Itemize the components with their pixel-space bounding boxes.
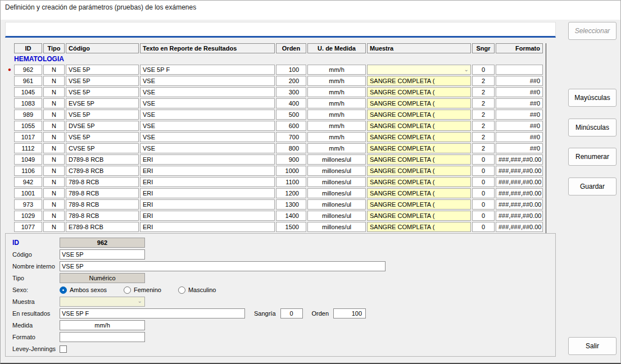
cell-orden[interactable]: 1200 (276, 188, 306, 198)
sangria-field[interactable] (280, 308, 303, 319)
cell-sngr[interactable]: 0 (472, 166, 495, 176)
cell-medida[interactable]: mm/h (307, 121, 366, 131)
table-row[interactable]: ● 1017 N VSE 5P VSE 700 mm/h SANGRE COMP… (6, 132, 544, 142)
cell-sngr[interactable]: 2 (472, 98, 495, 108)
cell-id[interactable]: 1029 (14, 211, 42, 221)
muestra-select[interactable]: ⌄ (60, 297, 145, 307)
levey-jennings-checkbox[interactable] (60, 345, 67, 353)
cell-texto[interactable]: VSE (140, 110, 275, 120)
cell-tipo[interactable]: N (43, 166, 65, 176)
cell-tipo[interactable]: N (43, 188, 65, 198)
cell-tipo[interactable]: N (43, 65, 65, 75)
cell-formato[interactable]: ###,###,##0.00 (496, 177, 543, 187)
cell-codigo[interactable]: 789-8 RCB (66, 211, 139, 221)
cell-sngr[interactable]: 2 (472, 87, 495, 97)
cell-id[interactable]: 1001 (14, 188, 42, 198)
cell-formato[interactable]: ##0 (496, 121, 543, 131)
cell-id[interactable]: 1112 (14, 143, 42, 153)
cell-id[interactable]: 1045 (14, 87, 42, 97)
cell-texto[interactable]: ERI (140, 211, 275, 221)
cell-orden[interactable]: 100 (276, 65, 306, 75)
en-resultados-field[interactable] (60, 308, 245, 319)
cell-tipo[interactable]: N (43, 110, 65, 120)
cell-texto[interactable]: VSE (140, 132, 275, 142)
cell-tipo[interactable]: N (43, 211, 65, 221)
cell-id[interactable]: 942 (14, 177, 42, 187)
cell-tipo[interactable]: N (43, 132, 65, 142)
table-row[interactable]: ● 1083 N EVSE 5P VSE 400 mm/h SANGRE COM… (6, 98, 544, 108)
cell-tipo[interactable]: N (43, 222, 65, 232)
table-row[interactable]: ● 1112 N CVSE 5P VSE 800 mm/h SANGRE COM… (6, 143, 544, 153)
cell-sngr[interactable]: 2 (472, 132, 495, 142)
cell-formato[interactable]: ##0 (496, 110, 543, 120)
cell-medida[interactable]: millones/ul (307, 166, 366, 176)
cell-sngr[interactable]: 0 (472, 177, 495, 187)
mayusculas-button[interactable]: Mayúsculas (568, 89, 617, 107)
cell-codigo[interactable]: 789-8 RCB (66, 177, 139, 187)
medida-field[interactable] (60, 320, 145, 330)
cell-orden[interactable]: 1000 (276, 166, 306, 176)
cell-muestra-dropdown[interactable]: SANGRE COMPLETA ( ⌄ (367, 143, 471, 153)
table-row[interactable]: ● 961 N VSE 5P VSE 200 mm/h SANGRE COMPL… (6, 76, 544, 86)
cell-codigo[interactable]: D789-8 RCB (66, 154, 139, 165)
cell-formato[interactable] (496, 65, 543, 75)
cell-medida[interactable]: mm/h (307, 65, 366, 75)
cell-orden[interactable]: 800 (276, 143, 306, 153)
table-row[interactable]: ● 962 N VSE 5P VSE 5P F 100 mm/h ⌄ 0 (6, 65, 544, 75)
cell-muestra-dropdown[interactable]: SANGRE COMPLETA ( ⌄ (367, 177, 471, 187)
cell-orden[interactable]: 1500 (276, 222, 306, 232)
cell-muestra-dropdown[interactable]: SANGRE COMPLETA ( ⌄ (367, 132, 471, 142)
cell-tipo[interactable]: N (43, 76, 65, 86)
cell-sngr[interactable]: 0 (472, 154, 495, 165)
cell-medida[interactable]: mm/h (307, 132, 366, 142)
cell-muestra-dropdown[interactable]: SANGRE COMPLETA ( ⌄ (367, 76, 471, 86)
cell-texto[interactable]: ERI (140, 154, 275, 165)
cell-medida[interactable]: mm/h (307, 98, 366, 108)
grid-scrollbar[interactable] (546, 43, 546, 233)
cell-orden[interactable]: 700 (276, 132, 306, 142)
cell-muestra-dropdown[interactable]: SANGRE COMPLETA ( ⌄ (367, 166, 471, 176)
cell-formato[interactable]: ###,###,##0.00 (496, 211, 543, 221)
cell-medida[interactable]: mm/h (307, 76, 366, 86)
cell-orden[interactable]: 300 (276, 87, 306, 97)
sexo-radio[interactable]: Masculino (178, 286, 216, 294)
cell-medida[interactable]: mm/h (307, 110, 366, 120)
cell-texto[interactable]: VSE (140, 143, 275, 153)
cell-muestra-dropdown[interactable]: SANGRE COMPLETA ( ⌄ (367, 98, 471, 108)
cell-medida[interactable]: millones/ul (307, 154, 366, 165)
cell-tipo[interactable]: N (43, 154, 65, 165)
sexo-radio[interactable]: Femenino (124, 286, 161, 294)
cell-tipo[interactable]: N (43, 177, 65, 187)
cell-texto[interactable]: VSE (140, 76, 275, 86)
orden-field[interactable] (333, 308, 366, 319)
table-row[interactable]: ● 989 N VSE 5P VSE 500 mm/h SANGRE COMPL… (6, 110, 544, 120)
cell-tipo[interactable]: N (43, 98, 65, 108)
cell-sngr[interactable]: 0 (472, 211, 495, 221)
cell-codigo[interactable]: VSE 5P (66, 76, 139, 86)
cell-id[interactable]: 1106 (14, 166, 42, 176)
table-row[interactable]: ● 1049 N D789-8 RCB ERI 900 millones/ul … (6, 154, 544, 165)
codigo-field[interactable] (60, 249, 145, 260)
cell-sngr[interactable]: 0 (472, 188, 495, 198)
sexo-radio[interactable]: Ambos sexos (60, 286, 107, 294)
cell-formato[interactable]: ##0 (496, 143, 543, 153)
cell-muestra-dropdown[interactable]: SANGRE COMPLETA ( ⌄ (367, 121, 471, 131)
cell-sngr[interactable]: 2 (472, 121, 495, 131)
cell-medida[interactable]: millones/ul (307, 211, 366, 221)
cell-formato[interactable]: ###,###,##0.00 (496, 188, 543, 198)
guardar-button[interactable]: Guardar (568, 178, 617, 195)
cell-muestra-dropdown[interactable]: SANGRE COMPLETA ( ⌄ (367, 222, 471, 232)
table-row[interactable]: ● 1077 N E789-8 RCB ERI 1500 millones/ul… (6, 222, 544, 232)
nombre-interno-field[interactable] (60, 261, 386, 271)
cell-orden[interactable]: 1300 (276, 199, 306, 210)
cell-tipo[interactable]: N (43, 87, 65, 97)
cell-codigo[interactable]: VSE 5P (66, 110, 139, 120)
cell-id[interactable]: 1077 (14, 222, 42, 232)
cell-muestra-dropdown[interactable]: SANGRE COMPLETA ( ⌄ (367, 199, 471, 210)
cell-id[interactable]: 962 (14, 65, 42, 75)
salir-button[interactable]: Salir (568, 337, 617, 355)
table-row[interactable]: ● 942 N 789-8 RCB ERI 1100 millones/ul S… (6, 177, 544, 187)
cell-codigo[interactable]: EVSE 5P (66, 98, 139, 108)
cell-texto[interactable]: ERI (140, 199, 275, 210)
cell-muestra-dropdown[interactable]: SANGRE COMPLETA ( ⌄ (367, 110, 471, 120)
